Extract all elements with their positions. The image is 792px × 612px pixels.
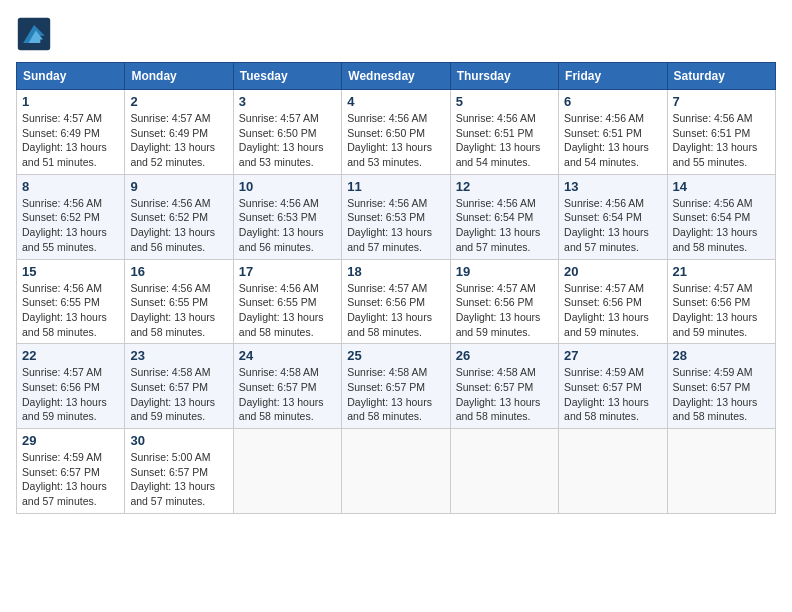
- day-number: 20: [564, 264, 661, 279]
- calendar-day-12: 12 Sunrise: 4:56 AMSunset: 6:54 PMDaylig…: [450, 174, 558, 259]
- day-info: Sunrise: 4:57 AMSunset: 6:56 PMDaylight:…: [347, 282, 432, 338]
- day-number: 28: [673, 348, 770, 363]
- day-info: Sunrise: 4:59 AMSunset: 6:57 PMDaylight:…: [22, 451, 107, 507]
- calendar-day-18: 18 Sunrise: 4:57 AMSunset: 6:56 PMDaylig…: [342, 259, 450, 344]
- calendar-day-28: 28 Sunrise: 4:59 AMSunset: 6:57 PMDaylig…: [667, 344, 775, 429]
- day-info: Sunrise: 4:56 AMSunset: 6:51 PMDaylight:…: [564, 112, 649, 168]
- calendar-day-14: 14 Sunrise: 4:56 AMSunset: 6:54 PMDaylig…: [667, 174, 775, 259]
- day-info: Sunrise: 4:58 AMSunset: 6:57 PMDaylight:…: [456, 366, 541, 422]
- calendar-day-4: 4 Sunrise: 4:56 AMSunset: 6:50 PMDayligh…: [342, 90, 450, 175]
- day-info: Sunrise: 4:57 AMSunset: 6:49 PMDaylight:…: [130, 112, 215, 168]
- day-header-thursday: Thursday: [450, 63, 558, 90]
- calendar-day-10: 10 Sunrise: 4:56 AMSunset: 6:53 PMDaylig…: [233, 174, 341, 259]
- day-number: 10: [239, 179, 336, 194]
- day-info: Sunrise: 4:56 AMSunset: 6:51 PMDaylight:…: [673, 112, 758, 168]
- day-number: 26: [456, 348, 553, 363]
- calendar-day-7: 7 Sunrise: 4:56 AMSunset: 6:51 PMDayligh…: [667, 90, 775, 175]
- day-info: Sunrise: 4:59 AMSunset: 6:57 PMDaylight:…: [564, 366, 649, 422]
- day-number: 30: [130, 433, 227, 448]
- calendar-day-25: 25 Sunrise: 4:58 AMSunset: 6:57 PMDaylig…: [342, 344, 450, 429]
- calendar-empty: [667, 429, 775, 514]
- day-header-saturday: Saturday: [667, 63, 775, 90]
- calendar-day-17: 17 Sunrise: 4:56 AMSunset: 6:55 PMDaylig…: [233, 259, 341, 344]
- calendar-empty: [559, 429, 667, 514]
- calendar-week-row: 15 Sunrise: 4:56 AMSunset: 6:55 PMDaylig…: [17, 259, 776, 344]
- calendar-day-2: 2 Sunrise: 4:57 AMSunset: 6:49 PMDayligh…: [125, 90, 233, 175]
- day-info: Sunrise: 4:56 AMSunset: 6:53 PMDaylight:…: [239, 197, 324, 253]
- calendar-day-16: 16 Sunrise: 4:56 AMSunset: 6:55 PMDaylig…: [125, 259, 233, 344]
- day-info: Sunrise: 4:56 AMSunset: 6:55 PMDaylight:…: [239, 282, 324, 338]
- calendar-empty: [342, 429, 450, 514]
- day-number: 7: [673, 94, 770, 109]
- day-info: Sunrise: 4:56 AMSunset: 6:50 PMDaylight:…: [347, 112, 432, 168]
- calendar-day-24: 24 Sunrise: 4:58 AMSunset: 6:57 PMDaylig…: [233, 344, 341, 429]
- day-number: 11: [347, 179, 444, 194]
- calendar-week-row: 29 Sunrise: 4:59 AMSunset: 6:57 PMDaylig…: [17, 429, 776, 514]
- day-number: 21: [673, 264, 770, 279]
- calendar-day-6: 6 Sunrise: 4:56 AMSunset: 6:51 PMDayligh…: [559, 90, 667, 175]
- day-number: 19: [456, 264, 553, 279]
- day-header-monday: Monday: [125, 63, 233, 90]
- day-info: Sunrise: 4:58 AMSunset: 6:57 PMDaylight:…: [239, 366, 324, 422]
- day-info: Sunrise: 4:56 AMSunset: 6:54 PMDaylight:…: [456, 197, 541, 253]
- day-header-sunday: Sunday: [17, 63, 125, 90]
- day-number: 14: [673, 179, 770, 194]
- day-number: 13: [564, 179, 661, 194]
- calendar-week-row: 1 Sunrise: 4:57 AMSunset: 6:49 PMDayligh…: [17, 90, 776, 175]
- day-header-tuesday: Tuesday: [233, 63, 341, 90]
- day-header-friday: Friday: [559, 63, 667, 90]
- day-number: 25: [347, 348, 444, 363]
- calendar-week-row: 22 Sunrise: 4:57 AMSunset: 6:56 PMDaylig…: [17, 344, 776, 429]
- day-info: Sunrise: 4:56 AMSunset: 6:55 PMDaylight:…: [130, 282, 215, 338]
- day-info: Sunrise: 4:56 AMSunset: 6:52 PMDaylight:…: [22, 197, 107, 253]
- calendar-day-21: 21 Sunrise: 4:57 AMSunset: 6:56 PMDaylig…: [667, 259, 775, 344]
- day-number: 1: [22, 94, 119, 109]
- calendar-table: SundayMondayTuesdayWednesdayThursdayFrid…: [16, 62, 776, 514]
- day-header-wednesday: Wednesday: [342, 63, 450, 90]
- day-info: Sunrise: 4:57 AMSunset: 6:56 PMDaylight:…: [673, 282, 758, 338]
- calendar-day-5: 5 Sunrise: 4:56 AMSunset: 6:51 PMDayligh…: [450, 90, 558, 175]
- day-number: 12: [456, 179, 553, 194]
- day-number: 29: [22, 433, 119, 448]
- day-info: Sunrise: 4:57 AMSunset: 6:56 PMDaylight:…: [22, 366, 107, 422]
- day-number: 17: [239, 264, 336, 279]
- day-info: Sunrise: 4:57 AMSunset: 6:49 PMDaylight:…: [22, 112, 107, 168]
- calendar-day-3: 3 Sunrise: 4:57 AMSunset: 6:50 PMDayligh…: [233, 90, 341, 175]
- calendar-day-13: 13 Sunrise: 4:56 AMSunset: 6:54 PMDaylig…: [559, 174, 667, 259]
- day-info: Sunrise: 4:56 AMSunset: 6:52 PMDaylight:…: [130, 197, 215, 253]
- day-number: 6: [564, 94, 661, 109]
- logo: [16, 16, 56, 52]
- day-number: 3: [239, 94, 336, 109]
- calendar-day-27: 27 Sunrise: 4:59 AMSunset: 6:57 PMDaylig…: [559, 344, 667, 429]
- day-info: Sunrise: 4:58 AMSunset: 6:57 PMDaylight:…: [130, 366, 215, 422]
- page-header: [16, 16, 776, 52]
- calendar-day-9: 9 Sunrise: 4:56 AMSunset: 6:52 PMDayligh…: [125, 174, 233, 259]
- day-number: 2: [130, 94, 227, 109]
- calendar-day-23: 23 Sunrise: 4:58 AMSunset: 6:57 PMDaylig…: [125, 344, 233, 429]
- day-info: Sunrise: 4:57 AMSunset: 6:56 PMDaylight:…: [456, 282, 541, 338]
- day-info: Sunrise: 4:57 AMSunset: 6:56 PMDaylight:…: [564, 282, 649, 338]
- day-number: 8: [22, 179, 119, 194]
- logo-icon: [16, 16, 52, 52]
- day-info: Sunrise: 5:00 AMSunset: 6:57 PMDaylight:…: [130, 451, 215, 507]
- day-info: Sunrise: 4:57 AMSunset: 6:50 PMDaylight:…: [239, 112, 324, 168]
- day-info: Sunrise: 4:56 AMSunset: 6:54 PMDaylight:…: [673, 197, 758, 253]
- day-number: 16: [130, 264, 227, 279]
- day-number: 5: [456, 94, 553, 109]
- day-number: 27: [564, 348, 661, 363]
- day-info: Sunrise: 4:56 AMSunset: 6:53 PMDaylight:…: [347, 197, 432, 253]
- calendar-day-20: 20 Sunrise: 4:57 AMSunset: 6:56 PMDaylig…: [559, 259, 667, 344]
- calendar-day-29: 29 Sunrise: 4:59 AMSunset: 6:57 PMDaylig…: [17, 429, 125, 514]
- calendar-day-26: 26 Sunrise: 4:58 AMSunset: 6:57 PMDaylig…: [450, 344, 558, 429]
- day-number: 15: [22, 264, 119, 279]
- calendar-empty: [450, 429, 558, 514]
- calendar-day-30: 30 Sunrise: 5:00 AMSunset: 6:57 PMDaylig…: [125, 429, 233, 514]
- day-number: 24: [239, 348, 336, 363]
- calendar-empty: [233, 429, 341, 514]
- calendar-day-22: 22 Sunrise: 4:57 AMSunset: 6:56 PMDaylig…: [17, 344, 125, 429]
- day-info: Sunrise: 4:56 AMSunset: 6:51 PMDaylight:…: [456, 112, 541, 168]
- day-number: 23: [130, 348, 227, 363]
- day-info: Sunrise: 4:56 AMSunset: 6:54 PMDaylight:…: [564, 197, 649, 253]
- day-number: 9: [130, 179, 227, 194]
- calendar-week-row: 8 Sunrise: 4:56 AMSunset: 6:52 PMDayligh…: [17, 174, 776, 259]
